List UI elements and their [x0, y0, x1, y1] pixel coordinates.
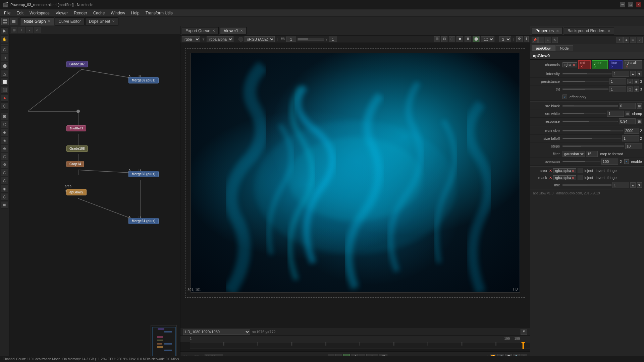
steps-input[interactable] [625, 143, 642, 149]
intensity-input[interactable] [612, 71, 629, 77]
area-x-btn[interactable]: ✕ [549, 169, 552, 173]
src-black-input[interactable] [619, 103, 636, 109]
viewer-info-btn[interactable]: ℹ [524, 36, 529, 42]
props-node-tab-node[interactable]: Node [555, 45, 573, 51]
mask-channel-btn[interactable]: rgba.alpha ✕ [553, 175, 576, 180]
mask-channel-x[interactable]: ✕ [572, 176, 574, 180]
mix-btn1[interactable]: ▲ [630, 182, 636, 188]
tnt-input[interactable] [609, 86, 626, 92]
tool-3[interactable]: ⬤ [1, 62, 8, 69]
props-btn4[interactable]: ✎ [552, 37, 558, 43]
tool-1[interactable]: ⬡ [1, 46, 8, 53]
tool-20[interactable]: ⊞ [1, 201, 8, 208]
channel-blue-btn[interactable]: blue ✕ [609, 60, 623, 69]
close-button[interactable]: ✕ [636, 2, 641, 7]
props-tab-properties[interactable]: Properties ✕ [532, 27, 562, 35]
mix-btn2[interactable]: ▼ [637, 182, 642, 188]
viewer-btn2[interactable]: ⊡ [441, 36, 447, 42]
menu-cache[interactable]: Cache [91, 10, 108, 16]
tool-9[interactable]: ⊞ [1, 113, 8, 120]
tnt-slider[interactable] [562, 88, 608, 90]
src-black-btn[interactable]: ⊞ [637, 103, 642, 109]
node-zoom-in[interactable]: + [18, 27, 25, 33]
tool-18[interactable]: ◉ [1, 185, 8, 192]
size-falloff-slider[interactable] [562, 138, 621, 139]
props-btn6[interactable]: ◈ [623, 37, 629, 43]
menu-edit[interactable]: Edit [14, 10, 26, 16]
menu-help[interactable]: Help [128, 10, 142, 16]
src-white-slider[interactable] [562, 113, 606, 114]
node-shuffle43[interactable]: Shuffle43 [66, 125, 86, 131]
area-expand-btn[interactable] [578, 168, 583, 173]
node-merge59[interactable]: Merge59 (plus) [128, 77, 159, 83]
menu-transform-utils[interactable]: Transform Utils [143, 10, 175, 16]
tool-4[interactable]: △ [1, 70, 8, 77]
response-slider[interactable] [562, 121, 618, 122]
persistance-input[interactable] [609, 78, 626, 84]
persistance-btn1[interactable]: □ [627, 79, 633, 84]
tool-7[interactable]: 🔺 [1, 94, 8, 102]
zoom-select[interactable]: 1:12:11:2 [481, 36, 494, 42]
viewer-settings-btn[interactable]: ⚙ [516, 36, 523, 42]
viewer-canvas[interactable]: HD -301,-101 [180, 43, 530, 328]
props-btn5[interactable]: + [616, 37, 623, 43]
size-falloff-input[interactable] [622, 135, 639, 141]
node-crop14[interactable]: Crop14 [66, 161, 84, 167]
channels-input-btn[interactable]: rgba ✕ [562, 62, 577, 67]
viewer-fit-btn[interactable]: ⊞ [434, 36, 440, 42]
tool-13[interactable]: ⊗ [1, 145, 8, 152]
menu-viewer[interactable]: Viewer [53, 10, 70, 16]
tool-15[interactable]: ⚙ [1, 161, 8, 168]
props-tab-close[interactable]: ✕ [556, 29, 559, 33]
tab-node-graph[interactable]: Node Graph ✕ [20, 17, 54, 25]
viewer-btn4[interactable]: ⏺ [457, 36, 463, 42]
tool-select[interactable] [1, 27, 8, 35]
max-size-input[interactable] [624, 128, 639, 134]
color-picker-icon[interactable] [238, 37, 243, 42]
tab-dope-sheet[interactable]: Dope Sheet ✕ [85, 17, 118, 25]
filter-num-input[interactable] [586, 151, 598, 157]
viewer-tab-viewer1[interactable]: Viewer1 ✕ [220, 27, 247, 35]
channel-red-btn[interactable]: red ✕ [578, 60, 591, 69]
overscan-input[interactable] [601, 159, 618, 165]
channels-x-btn[interactable]: ✕ [573, 63, 575, 67]
props-tab-bg-renders[interactable]: Background Renders ✕ [564, 27, 614, 35]
tool-pan[interactable]: ✋ [1, 36, 8, 43]
viewer-pause-btn[interactable]: ⏸ [465, 36, 471, 42]
props-btn2[interactable]: ← [538, 37, 544, 43]
titlebar-controls[interactable]: ─ □ ✕ [620, 2, 641, 7]
y-input[interactable]: 1 [329, 37, 337, 42]
src-white-input[interactable] [607, 111, 624, 117]
menu-file[interactable]: File [1, 10, 13, 16]
effect-only-checkbox[interactable] [562, 95, 567, 99]
mix-input[interactable] [612, 182, 629, 188]
tab-node-graph-close[interactable]: ✕ [48, 19, 50, 23]
mini-navigator[interactable] [151, 325, 177, 359]
node-fit-btn[interactable]: ⊞ [11, 27, 17, 33]
node-merge61[interactable]: Merge61 (plus) [128, 218, 159, 224]
area-channel-x[interactable]: ✕ [572, 169, 574, 173]
persistance-btn2[interactable]: ◈ [634, 79, 639, 84]
menu-window[interactable]: Window [108, 10, 128, 16]
max-size-slider[interactable] [562, 130, 623, 131]
timeline-track[interactable]: 1 199 199 [180, 336, 530, 351]
tool-8[interactable]: ⬡ [1, 102, 8, 110]
tool-5[interactable]: ⬜ [1, 78, 8, 85]
viewer-render-btn[interactable]: ⬤ [473, 36, 480, 42]
intensity-slider[interactable] [562, 73, 611, 74]
tool-10[interactable]: ⬡ [1, 121, 8, 128]
channel-all-btn[interactable]: rgba.all ✕ [624, 60, 642, 69]
intensity-btn2[interactable]: ▼ [637, 71, 642, 76]
footer-btn1[interactable]: ▼ [521, 329, 527, 335]
response-input[interactable] [619, 118, 636, 124]
filter-select[interactable]: gaussianbox [562, 151, 585, 157]
src-black-slider[interactable] [562, 105, 618, 107]
overscan-slider[interactable] [562, 161, 600, 162]
tool-17[interactable]: ⬡ [1, 177, 8, 184]
props-node-tab-apeglow[interactable]: apeGlow [532, 45, 555, 51]
node-canvas[interactable]: A B A B A B Grade107 Merge59 (plus) Shuf… [9, 34, 180, 362]
maximize-button[interactable]: □ [628, 2, 633, 7]
steps-slider[interactable] [562, 145, 624, 147]
mix-slider[interactable] [562, 184, 611, 186]
tool-14[interactable]: ⬡ [1, 153, 8, 160]
